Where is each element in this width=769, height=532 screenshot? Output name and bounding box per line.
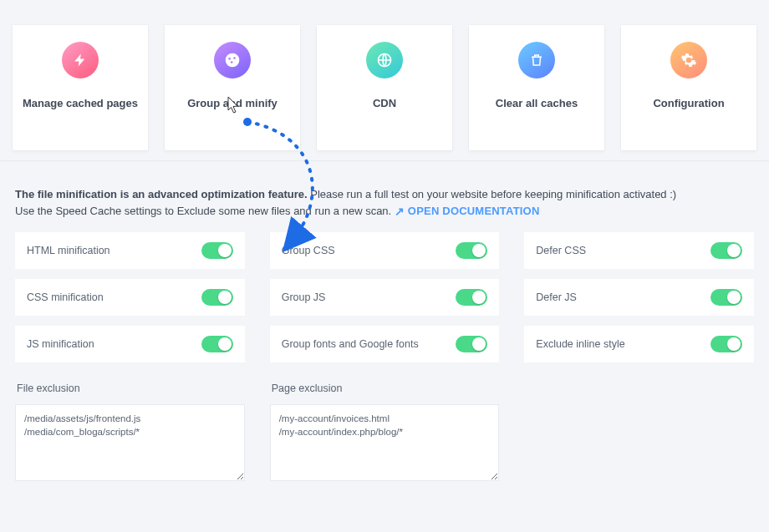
open-documentation-link[interactable]: ↗ OPEN DOCUMENTATION xyxy=(395,205,540,217)
toggle-defer-js[interactable] xyxy=(710,289,742,306)
setting-label: JS minification xyxy=(27,338,94,350)
globe-icon xyxy=(366,42,403,79)
toggle-html-minification[interactable] xyxy=(201,242,233,259)
setting-label: Group JS xyxy=(282,291,326,303)
exclusions-row: File exclusion Page exclusion xyxy=(0,362,769,496)
nav-card-manage-cached-pages[interactable]: Manage cached pages xyxy=(13,25,148,150)
toggle-defer-css[interactable] xyxy=(710,242,742,259)
file-exclusion-block: File exclusion xyxy=(15,379,245,481)
nav-card-label: CDN xyxy=(373,97,396,109)
nav-card-cdn[interactable]: CDN xyxy=(317,25,452,150)
setting-css-minification: CSS minification xyxy=(15,279,245,316)
nav-card-configuration[interactable]: Configuration xyxy=(621,25,756,150)
nav-card-label: Group and minify xyxy=(187,97,278,109)
svg-point-2 xyxy=(233,57,236,59)
nav-card-label: Clear all caches xyxy=(496,97,578,109)
svg-point-1 xyxy=(228,58,231,60)
bolt-icon xyxy=(62,42,99,79)
page-exclusion-title: Page exclusion xyxy=(270,379,500,398)
toggle-css-minification[interactable] xyxy=(201,289,233,306)
setting-label: HTML minification xyxy=(27,245,110,256)
nav-card-group-and-minify[interactable]: Group and minify xyxy=(165,25,300,150)
setting-group-css: Group CSS xyxy=(270,232,500,269)
page-exclusion-textarea[interactable] xyxy=(270,404,500,481)
toggle-group-fonts[interactable] xyxy=(456,336,487,352)
setting-exclude-inline-style: Exclude inline style xyxy=(524,326,754,362)
notice-line1a: The file minification is an advanced opt… xyxy=(15,188,308,200)
palette-icon xyxy=(214,42,251,79)
file-exclusion-textarea[interactable] xyxy=(15,404,245,481)
setting-label: Group CSS xyxy=(282,245,335,256)
nav-card-label: Configuration xyxy=(653,97,724,109)
settings-grid: HTML minification Group CSS Defer CSS CS… xyxy=(0,229,769,362)
toggle-exclude-inline-style[interactable] xyxy=(710,336,742,352)
toggle-group-js[interactable] xyxy=(456,289,487,306)
setting-js-minification: JS minification xyxy=(15,326,245,362)
trash-icon xyxy=(518,42,555,79)
nav-card-label: Manage cached pages xyxy=(23,97,138,109)
external-link-icon: ↗ xyxy=(395,205,405,218)
page-exclusion-block: Page exclusion xyxy=(270,379,500,481)
svg-point-3 xyxy=(231,61,233,63)
setting-html-minification: HTML minification xyxy=(15,232,245,269)
toggle-group-css[interactable] xyxy=(456,242,487,259)
setting-defer-css: Defer CSS xyxy=(524,232,754,269)
notice-line2: Use the Speed Cache settings to Exclude … xyxy=(15,205,391,217)
setting-label: CSS minification xyxy=(27,291,104,303)
gear-icon xyxy=(670,42,707,79)
setting-label: Group fonts and Google fonts xyxy=(282,338,419,350)
svg-point-0 xyxy=(226,53,240,68)
setting-defer-js: Defer JS xyxy=(524,279,754,316)
setting-label: Defer CSS xyxy=(536,245,586,256)
notice-line1b: Please run a full test on your website b… xyxy=(308,188,677,200)
minification-notice: The file minification is an advanced opt… xyxy=(0,161,769,229)
nav-cards-row: Manage cached pages Group and minify CDN… xyxy=(0,0,769,161)
nav-card-clear-all-caches[interactable]: Clear all caches xyxy=(469,25,604,150)
setting-label: Exclude inline style xyxy=(536,338,624,350)
toggle-js-minification[interactable] xyxy=(201,336,233,352)
setting-group-fonts: Group fonts and Google fonts xyxy=(270,326,500,362)
setting-label: Defer JS xyxy=(536,291,577,303)
setting-group-js: Group JS xyxy=(270,279,500,316)
file-exclusion-title: File exclusion xyxy=(15,379,245,398)
open-documentation-label: OPEN DOCUMENTATION xyxy=(408,205,540,217)
